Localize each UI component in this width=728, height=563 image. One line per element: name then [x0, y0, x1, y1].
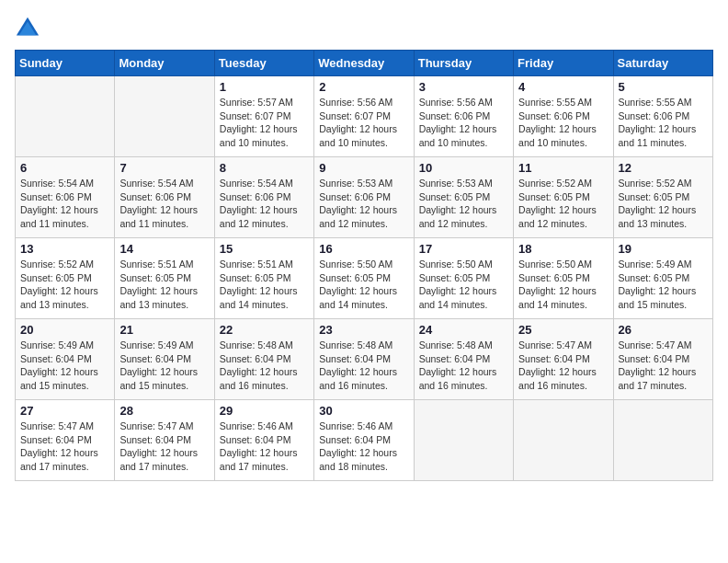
- calendar-cell: 13Sunrise: 5:52 AMSunset: 6:05 PMDayligh…: [16, 238, 115, 319]
- week-row-2: 6Sunrise: 5:54 AMSunset: 6:06 PMDaylight…: [16, 157, 713, 238]
- week-row-3: 13Sunrise: 5:52 AMSunset: 6:05 PMDayligh…: [16, 238, 713, 319]
- calendar-cell: 9Sunrise: 5:53 AMSunset: 6:06 PMDaylight…: [314, 157, 414, 238]
- day-info: Sunrise: 5:47 AMSunset: 6:04 PMDaylight:…: [619, 339, 708, 393]
- day-info: Sunrise: 5:57 AMSunset: 6:07 PMDaylight:…: [220, 96, 309, 150]
- calendar-cell: 19Sunrise: 5:49 AMSunset: 6:05 PMDayligh…: [613, 238, 712, 319]
- weekday-header-saturday: Saturday: [613, 51, 712, 76]
- calendar-cell: 17Sunrise: 5:50 AMSunset: 6:05 PMDayligh…: [414, 238, 513, 319]
- calendar-cell: [613, 400, 712, 481]
- day-info: Sunrise: 5:51 AMSunset: 6:05 PMDaylight:…: [220, 258, 309, 312]
- day-number: 9: [319, 161, 408, 175]
- weekday-header-thursday: Thursday: [414, 51, 513, 76]
- day-number: 26: [619, 323, 708, 337]
- calendar-cell: 3Sunrise: 5:56 AMSunset: 6:06 PMDaylight…: [414, 76, 513, 157]
- day-info: Sunrise: 5:47 AMSunset: 6:04 PMDaylight:…: [518, 339, 608, 393]
- day-number: 27: [20, 404, 109, 418]
- day-info: Sunrise: 5:54 AMSunset: 6:06 PMDaylight:…: [20, 177, 109, 231]
- day-info: Sunrise: 5:47 AMSunset: 6:04 PMDaylight:…: [20, 419, 109, 474]
- day-info: Sunrise: 5:52 AMSunset: 6:05 PMDaylight:…: [619, 177, 708, 231]
- weekday-header-friday: Friday: [514, 51, 613, 76]
- day-info: Sunrise: 5:46 AMSunset: 6:04 PMDaylight:…: [319, 419, 408, 474]
- day-number: 11: [518, 161, 608, 175]
- day-info: Sunrise: 5:56 AMSunset: 6:06 PMDaylight:…: [419, 96, 508, 150]
- day-number: 17: [419, 242, 508, 256]
- day-info: Sunrise: 5:49 AMSunset: 6:05 PMDaylight:…: [619, 258, 708, 312]
- calendar-cell: 12Sunrise: 5:52 AMSunset: 6:05 PMDayligh…: [613, 157, 712, 238]
- calendar-cell: 2Sunrise: 5:56 AMSunset: 6:07 PMDaylight…: [314, 76, 414, 157]
- day-number: 15: [220, 242, 309, 256]
- day-info: Sunrise: 5:48 AMSunset: 6:04 PMDaylight:…: [220, 339, 309, 393]
- day-number: 21: [119, 323, 209, 337]
- calendar-cell: 5Sunrise: 5:55 AMSunset: 6:06 PMDaylight…: [613, 76, 712, 157]
- calendar-table: SundayMondayTuesdayWednesdayThursdayFrid…: [15, 50, 713, 481]
- calendar-cell: 1Sunrise: 5:57 AMSunset: 6:07 PMDaylight…: [214, 76, 313, 157]
- day-info: Sunrise: 5:46 AMSunset: 6:04 PMDaylight:…: [220, 419, 309, 474]
- day-number: 18: [518, 242, 608, 256]
- day-number: 20: [20, 323, 109, 337]
- day-number: 16: [319, 242, 408, 256]
- weekday-header-tuesday: Tuesday: [214, 51, 313, 76]
- calendar-cell: 10Sunrise: 5:53 AMSunset: 6:05 PMDayligh…: [414, 157, 513, 238]
- day-info: Sunrise: 5:56 AMSunset: 6:07 PMDaylight:…: [319, 96, 408, 150]
- day-number: 10: [419, 161, 508, 175]
- day-number: 30: [319, 404, 408, 418]
- weekday-header-row: SundayMondayTuesdayWednesdayThursdayFrid…: [16, 51, 713, 76]
- weekday-header-sunday: Sunday: [16, 51, 115, 76]
- day-info: Sunrise: 5:48 AMSunset: 6:04 PMDaylight:…: [319, 339, 408, 393]
- day-number: 22: [220, 323, 309, 337]
- logo-icon: [15, 15, 40, 40]
- calendar-cell: 14Sunrise: 5:51 AMSunset: 6:05 PMDayligh…: [115, 238, 214, 319]
- day-info: Sunrise: 5:50 AMSunset: 6:05 PMDaylight:…: [319, 258, 408, 312]
- day-info: Sunrise: 5:54 AMSunset: 6:06 PMDaylight:…: [220, 177, 309, 231]
- day-number: 4: [518, 80, 608, 94]
- day-number: 8: [220, 161, 309, 175]
- day-number: 23: [319, 323, 408, 337]
- calendar-cell: 7Sunrise: 5:54 AMSunset: 6:06 PMDaylight…: [115, 157, 214, 238]
- calendar-cell: [514, 400, 613, 481]
- day-number: 7: [119, 161, 209, 175]
- day-info: Sunrise: 5:55 AMSunset: 6:06 PMDaylight:…: [518, 96, 608, 150]
- calendar-cell: 21Sunrise: 5:49 AMSunset: 6:04 PMDayligh…: [115, 319, 214, 400]
- page-header: [15, 15, 713, 40]
- weekday-header-monday: Monday: [115, 51, 214, 76]
- calendar-cell: 8Sunrise: 5:54 AMSunset: 6:06 PMDaylight…: [214, 157, 313, 238]
- calendar-cell: 28Sunrise: 5:47 AMSunset: 6:04 PMDayligh…: [115, 400, 214, 481]
- day-info: Sunrise: 5:49 AMSunset: 6:04 PMDaylight:…: [20, 339, 109, 393]
- day-number: 12: [619, 161, 708, 175]
- week-row-1: 1Sunrise: 5:57 AMSunset: 6:07 PMDaylight…: [16, 76, 713, 157]
- calendar-cell: 29Sunrise: 5:46 AMSunset: 6:04 PMDayligh…: [214, 400, 313, 481]
- calendar-cell: 4Sunrise: 5:55 AMSunset: 6:06 PMDaylight…: [514, 76, 613, 157]
- week-row-5: 27Sunrise: 5:47 AMSunset: 6:04 PMDayligh…: [16, 400, 713, 481]
- calendar-cell: 15Sunrise: 5:51 AMSunset: 6:05 PMDayligh…: [214, 238, 313, 319]
- calendar-cell: 27Sunrise: 5:47 AMSunset: 6:04 PMDayligh…: [16, 400, 115, 481]
- day-number: 6: [20, 161, 109, 175]
- calendar-cell: 25Sunrise: 5:47 AMSunset: 6:04 PMDayligh…: [514, 319, 613, 400]
- calendar-cell: [16, 76, 115, 157]
- day-number: 28: [119, 404, 209, 418]
- calendar-cell: 30Sunrise: 5:46 AMSunset: 6:04 PMDayligh…: [314, 400, 414, 481]
- calendar-cell: 11Sunrise: 5:52 AMSunset: 6:05 PMDayligh…: [514, 157, 613, 238]
- day-info: Sunrise: 5:53 AMSunset: 6:05 PMDaylight:…: [419, 177, 508, 231]
- calendar-cell: 26Sunrise: 5:47 AMSunset: 6:04 PMDayligh…: [613, 319, 712, 400]
- logo: [15, 15, 44, 40]
- day-number: 2: [319, 80, 408, 94]
- day-number: 1: [220, 80, 309, 94]
- day-info: Sunrise: 5:54 AMSunset: 6:06 PMDaylight:…: [119, 177, 209, 231]
- calendar-cell: 18Sunrise: 5:50 AMSunset: 6:05 PMDayligh…: [514, 238, 613, 319]
- calendar-cell: 6Sunrise: 5:54 AMSunset: 6:06 PMDaylight…: [16, 157, 115, 238]
- day-info: Sunrise: 5:55 AMSunset: 6:06 PMDaylight:…: [619, 96, 708, 150]
- calendar-cell: 20Sunrise: 5:49 AMSunset: 6:04 PMDayligh…: [16, 319, 115, 400]
- day-info: Sunrise: 5:48 AMSunset: 6:04 PMDaylight:…: [419, 339, 508, 393]
- weekday-header-wednesday: Wednesday: [314, 51, 414, 76]
- day-info: Sunrise: 5:50 AMSunset: 6:05 PMDaylight:…: [518, 258, 608, 312]
- day-info: Sunrise: 5:53 AMSunset: 6:06 PMDaylight:…: [319, 177, 408, 231]
- day-info: Sunrise: 5:51 AMSunset: 6:05 PMDaylight:…: [119, 258, 209, 312]
- day-number: 3: [419, 80, 508, 94]
- day-info: Sunrise: 5:52 AMSunset: 6:05 PMDaylight:…: [20, 258, 109, 312]
- calendar-cell: 23Sunrise: 5:48 AMSunset: 6:04 PMDayligh…: [314, 319, 414, 400]
- day-number: 29: [220, 404, 309, 418]
- day-info: Sunrise: 5:47 AMSunset: 6:04 PMDaylight:…: [119, 419, 209, 474]
- day-number: 13: [20, 242, 109, 256]
- day-info: Sunrise: 5:49 AMSunset: 6:04 PMDaylight:…: [119, 339, 209, 393]
- day-info: Sunrise: 5:50 AMSunset: 6:05 PMDaylight:…: [419, 258, 508, 312]
